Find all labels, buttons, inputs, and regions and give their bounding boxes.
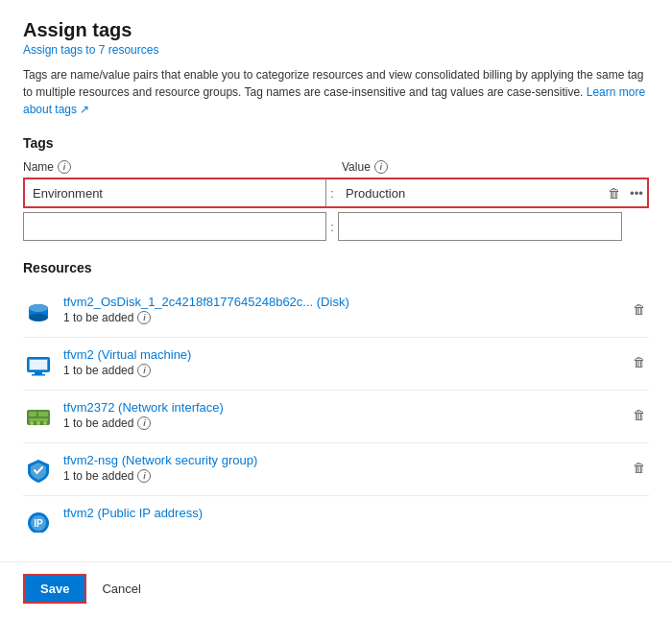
resource-name-3[interactable]: tfvm2-nsg (Network security group) xyxy=(63,453,629,467)
resource-info-4: tfvm2 (Public IP address) xyxy=(63,506,649,520)
footer: Save Cancel xyxy=(0,561,672,615)
resource-name-1[interactable]: tfvm2 (Virtual machine) xyxy=(63,347,629,362)
name-column-header: Name i xyxy=(23,160,330,174)
tag-delete-button-0[interactable]: 🗑 xyxy=(604,182,624,204)
nsg-resource-icon xyxy=(23,455,54,486)
resource-info-icon-1[interactable]: i xyxy=(137,364,151,377)
resource-status-2: 1 to be added i xyxy=(63,416,629,430)
resource-delete-button-3[interactable]: 🗑 xyxy=(629,457,649,479)
resource-status-1: 1 to be added i xyxy=(63,364,629,377)
resource-name-0[interactable]: tfvm2_OsDisk_1_2c4218f8177645248b62c... … xyxy=(63,295,629,309)
trash-icon-resource-3: 🗑 xyxy=(633,461,645,475)
value-column-header: Value i xyxy=(342,160,630,174)
vm-resource-icon xyxy=(23,349,54,380)
resources-section: Resources tfvm2_OsDisk_1_2c4218f81776452… xyxy=(23,260,649,533)
resource-name-2[interactable]: tfvm2372 (Network interface) xyxy=(63,400,629,415)
resource-info-2: tfvm2372 (Network interface) 1 to be add… xyxy=(63,400,629,430)
svg-point-2 xyxy=(29,314,48,321)
resource-name-4[interactable]: tfvm2 (Public IP address) xyxy=(63,506,649,520)
trash-icon-0: 🗑 xyxy=(608,186,620,201)
name-info-icon[interactable]: i xyxy=(58,160,71,174)
resource-delete-3: 🗑 xyxy=(629,457,649,479)
svg-rect-8 xyxy=(32,374,45,376)
tag-row-1: : xyxy=(23,212,649,241)
cancel-button[interactable]: Cancel xyxy=(94,576,148,602)
page-title: Assign tags xyxy=(23,19,649,41)
resource-item-4: IP tfvm2 (Public IP address) xyxy=(23,496,649,533)
page-subtitle: Assign tags to 7 resources xyxy=(23,43,649,57)
trash-icon-resource-0: 🗑 xyxy=(633,302,645,317)
tag-row-highlighted: : 🗑 ••• xyxy=(23,178,649,208)
resource-info-icon-2[interactable]: i xyxy=(137,416,151,430)
svg-point-14 xyxy=(36,421,40,425)
resource-delete-0: 🗑 xyxy=(629,298,649,321)
resource-item-3: tfvm2-nsg (Network security group) 1 to … xyxy=(23,443,649,496)
svg-point-13 xyxy=(30,421,34,425)
resource-delete-button-2[interactable]: 🗑 xyxy=(629,404,649,426)
resource-info-icon-0[interactable]: i xyxy=(137,311,151,324)
tag-separator-1: : xyxy=(326,220,338,234)
tags-section-title: Tags xyxy=(23,135,649,151)
svg-rect-10 xyxy=(29,412,36,416)
resource-item-2: tfvm2372 (Network interface) 1 to be add… xyxy=(23,391,649,443)
tag-value-input-0[interactable] xyxy=(338,179,600,206)
resource-info-3: tfvm2-nsg (Network security group) 1 to … xyxy=(63,453,629,483)
nic-resource-icon xyxy=(23,402,54,433)
svg-rect-6 xyxy=(30,360,47,369)
resource-info-1: tfvm2 (Virtual machine) 1 to be added i xyxy=(63,347,629,377)
tag-value-input-1[interactable] xyxy=(338,212,622,241)
tag-row-actions-0: 🗑 ••• xyxy=(604,182,647,204)
tag-name-input-0[interactable] xyxy=(25,179,326,206)
tags-header: Name i Value i xyxy=(23,160,649,174)
resource-delete-2: 🗑 xyxy=(629,404,649,426)
save-button[interactable]: Save xyxy=(23,574,86,604)
resource-info-0: tfvm2_OsDisk_1_2c4218f8177645248b62c... … xyxy=(63,295,629,324)
resource-item-0: tfvm2_OsDisk_1_2c4218f8177645248b62c... … xyxy=(23,285,649,338)
trash-icon-resource-2: 🗑 xyxy=(633,408,645,422)
resource-status-3: 1 to be added i xyxy=(63,469,629,483)
resource-delete-button-1[interactable]: 🗑 xyxy=(629,351,649,373)
value-info-icon[interactable]: i xyxy=(374,160,388,174)
svg-rect-7 xyxy=(35,372,42,374)
tag-more-button-0[interactable]: ••• xyxy=(626,182,647,204)
more-icon-0: ••• xyxy=(630,186,643,201)
svg-rect-11 xyxy=(38,412,48,416)
resource-info-icon-3[interactable]: i xyxy=(137,469,151,483)
resource-item-1: tfvm2 (Virtual machine) 1 to be added i … xyxy=(23,338,649,391)
resource-delete-button-0[interactable]: 🗑 xyxy=(629,298,649,321)
resource-status-0: 1 to be added i xyxy=(63,311,629,324)
resources-section-title: Resources xyxy=(23,260,649,275)
tag-name-input-1[interactable] xyxy=(23,212,326,241)
tags-section: Tags Name i Value i : 🗑 ••• xyxy=(23,135,649,241)
svg-point-3 xyxy=(29,304,48,312)
svg-point-15 xyxy=(43,421,47,425)
svg-rect-12 xyxy=(29,418,48,421)
svg-text:IP: IP xyxy=(34,518,43,529)
trash-icon-resource-1: 🗑 xyxy=(633,355,645,369)
resource-delete-1: 🗑 xyxy=(629,351,649,373)
tag-separator-0: : xyxy=(326,186,338,201)
disk-resource-icon xyxy=(23,297,54,327)
page-description: Tags are name/value pairs that enable yo… xyxy=(23,66,649,118)
ip-resource-icon: IP xyxy=(23,508,54,533)
